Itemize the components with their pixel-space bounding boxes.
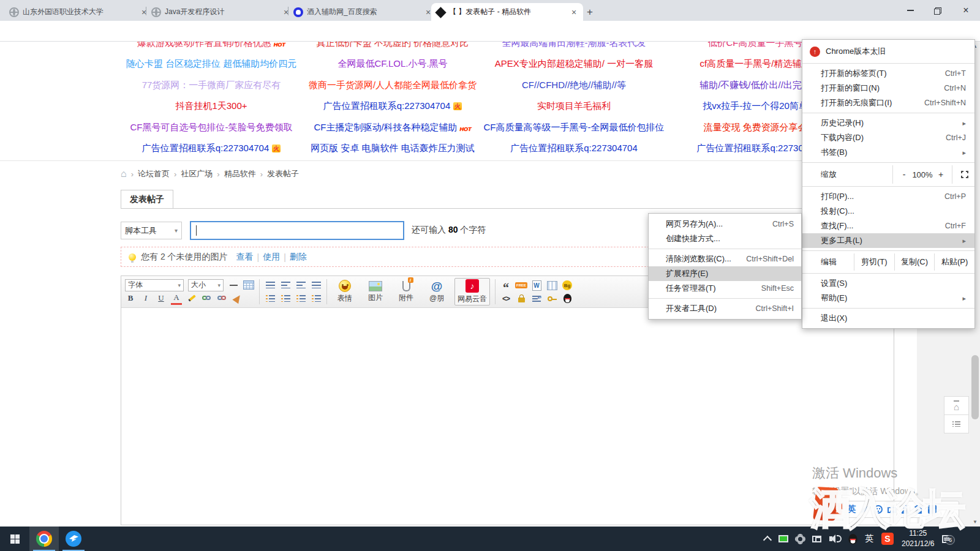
- taskbar-chrome-button[interactable]: [29, 527, 59, 551]
- spellcheck-pencil-button[interactable]: [186, 293, 197, 304]
- submenu-item-dev-tools[interactable]: 开发者工具(D)Ctrl+Shift+I: [649, 301, 801, 316]
- ad-link[interactable]: 微商一手货源网/人人都能全网最低价拿货: [302, 75, 483, 96]
- italic-button[interactable]: I: [140, 293, 151, 304]
- browser-tab-2[interactable]: Java开发程序设计 ×: [147, 3, 295, 21]
- ad-link[interactable]: 实时项目羊毛福利: [483, 96, 665, 116]
- submenu-item-extensions[interactable]: 扩展程序(E): [649, 266, 801, 281]
- display-tray-icon[interactable]: [778, 535, 788, 542]
- submenu-item-clear-data[interactable]: 清除浏览数据(C)...Ctrl+Shift+Del: [649, 252, 801, 266]
- word-doc-button[interactable]: W: [531, 280, 542, 291]
- menu-item-cast[interactable]: 投射(C)...: [802, 204, 974, 219]
- password-button[interactable]: [546, 293, 557, 304]
- bold-button[interactable]: B: [125, 293, 136, 304]
- align-justify-button[interactable]: [265, 280, 276, 291]
- thread-list-button[interactable]: [944, 414, 969, 433]
- taskbar-dingtalk-button[interactable]: [59, 527, 88, 551]
- ad-link[interactable]: APEX专业内部超稳定辅助/ 一对一客服: [483, 53, 665, 74]
- zoom-out-button[interactable]: -: [899, 170, 909, 179]
- ad-link[interactable]: 抖音挂机1天300+: [121, 96, 302, 116]
- insert-image-button[interactable]: 图片: [363, 278, 388, 305]
- menu-item-new-tab[interactable]: 打开新的标签页(T)Ctrl+T: [802, 66, 974, 81]
- use-images-link[interactable]: 使用: [263, 252, 280, 263]
- wrap-button[interactable]: [531, 293, 542, 304]
- align-left-button[interactable]: [280, 280, 291, 291]
- menu-item-more-tools[interactable]: 更多工具(L)▸: [802, 233, 974, 248]
- table-button[interactable]: [243, 280, 254, 291]
- new-tab-button[interactable]: +: [582, 4, 598, 20]
- ad-link[interactable]: 全网最高端莆田潮鞋-潮服-名表代发: [483, 42, 665, 53]
- ordered-list-button[interactable]: [295, 293, 306, 304]
- columns-button[interactable]: [546, 280, 557, 291]
- free-content-button[interactable]: FREE: [516, 280, 527, 291]
- outdent-button[interactable]: [265, 293, 276, 304]
- breadcrumb-section[interactable]: 精品软件: [224, 168, 256, 179]
- align-center-button[interactable]: [295, 280, 306, 291]
- align-right-button[interactable]: [311, 280, 322, 291]
- underline-button[interactable]: U: [156, 293, 167, 304]
- title-input[interactable]: [190, 221, 404, 240]
- mention-button[interactable]: @ @朋: [424, 278, 450, 305]
- editor-textarea[interactable]: [121, 308, 894, 525]
- menu-item-find[interactable]: 查找(F)...Ctrl+F: [802, 219, 974, 233]
- attachment-button[interactable]: 附件: [393, 278, 419, 305]
- fullscreen-icon[interactable]: [961, 171, 968, 178]
- ad-link[interactable]: 网页版 安卓 电脑软件 电话轰炸压力测试: [302, 138, 483, 159]
- breadcrumb-forum-home[interactable]: 论坛首页: [138, 168, 170, 179]
- menu-item-history[interactable]: 历史记录(H)▸: [802, 116, 974, 130]
- ad-link[interactable]: CF高质量高等级一手黑号-全网最低价包排位: [483, 117, 665, 138]
- menu-item-downloads[interactable]: 下载内容(D)Ctrl+J: [802, 130, 974, 145]
- browser-tab-1[interactable]: 山东外国语职业技术大学 ×: [5, 3, 153, 21]
- start-button[interactable]: [0, 527, 29, 551]
- ad-link[interactable]: CF//CFHD//绝地//辅助//等: [483, 75, 665, 96]
- volume-icon[interactable]: [829, 536, 832, 541]
- hide-content-button[interactable]: [516, 293, 527, 304]
- ad-link[interactable]: 广告位置招租联系q:227304704火: [121, 138, 302, 159]
- delete-images-link[interactable]: 删除: [290, 252, 307, 263]
- tray-expand-icon[interactable]: [763, 535, 772, 544]
- smilies-button[interactable]: 表情: [332, 278, 358, 305]
- netease-music-button[interactable]: ♪ 网易云音: [454, 278, 490, 305]
- back-to-top-button[interactable]: ⌂: [944, 396, 969, 415]
- category-select[interactable]: 脚本工具 ▾: [121, 222, 182, 239]
- menu-item-bookmarks[interactable]: 书签(B)▸: [802, 145, 974, 160]
- breadcrumb-community[interactable]: 社区广场: [181, 168, 213, 179]
- browser-tab-3[interactable]: 酒入辅助网_百度搜索 ×: [289, 3, 437, 21]
- ad-link[interactable]: CF黑号可自选号包排位-笑脸号免费领取: [121, 117, 302, 138]
- ad-link[interactable]: 随心卡盟 台区稳定排位 超低辅助均价四元: [121, 53, 302, 74]
- menu-item-settings[interactable]: 设置(S): [802, 276, 974, 291]
- ad-link[interactable]: 真正低价卡盟 不玩虚的 价格随意对比: [302, 42, 483, 53]
- submenu-item-create-shortcut[interactable]: 创建快捷方式...: [649, 231, 801, 246]
- menu-item-help[interactable]: 帮助(E)▸: [802, 291, 974, 305]
- view-images-link[interactable]: 查看: [236, 252, 254, 263]
- font-color-button[interactable]: A: [171, 292, 182, 305]
- menu-item-copy[interactable]: 复制(C): [894, 253, 935, 271]
- code-button[interactable]: <>: [500, 293, 511, 304]
- scroll-down-icon[interactable]: ▼: [973, 519, 978, 525]
- menu-item-paste[interactable]: 粘贴(P): [934, 253, 974, 271]
- settings-tray-icon[interactable]: [796, 535, 804, 543]
- insert-link-button[interactable]: [202, 293, 213, 304]
- qq-button[interactable]: [562, 293, 573, 304]
- font-select[interactable]: 字体▾: [125, 279, 184, 291]
- post-tab[interactable]: 发表帖子: [121, 190, 173, 209]
- chrome-update-banner[interactable]: ↑ Chrome版本太旧: [802, 42, 974, 61]
- ad-link[interactable]: CF主播定制驱动/科技各种稳定辅助HOT: [302, 117, 483, 138]
- menu-item-cut[interactable]: 剪切(T): [854, 253, 894, 271]
- tab-close-icon[interactable]: ×: [569, 7, 579, 17]
- maximize-button[interactable]: [924, 0, 952, 21]
- ad-link[interactable]: 爆款游戏驱动/作者直销/价格优惠HOT: [121, 42, 302, 53]
- size-select[interactable]: 大小▾: [188, 279, 224, 291]
- unordered-list-button[interactable]: [311, 293, 322, 304]
- indent-button[interactable]: [280, 293, 291, 304]
- close-button[interactable]: ×: [952, 0, 980, 21]
- menu-item-print[interactable]: 打印(P)...Ctrl+P: [802, 189, 974, 204]
- minimize-button[interactable]: [897, 0, 924, 21]
- background-button[interactable]: Bg: [562, 280, 573, 291]
- home-icon[interactable]: ⌂: [121, 169, 127, 179]
- ad-link[interactable]: 77货源网：一手微商厂家应有尽有: [121, 75, 302, 96]
- remove-link-button[interactable]: [217, 293, 228, 304]
- ad-link[interactable]: 广告位置招租联系q:227304704: [483, 138, 665, 159]
- zoom-in-button[interactable]: +: [936, 170, 946, 179]
- submenu-item-task-manager[interactable]: 任务管理器(T)Shift+Esc: [649, 281, 801, 296]
- scrollbar-thumb[interactable]: [971, 355, 979, 419]
